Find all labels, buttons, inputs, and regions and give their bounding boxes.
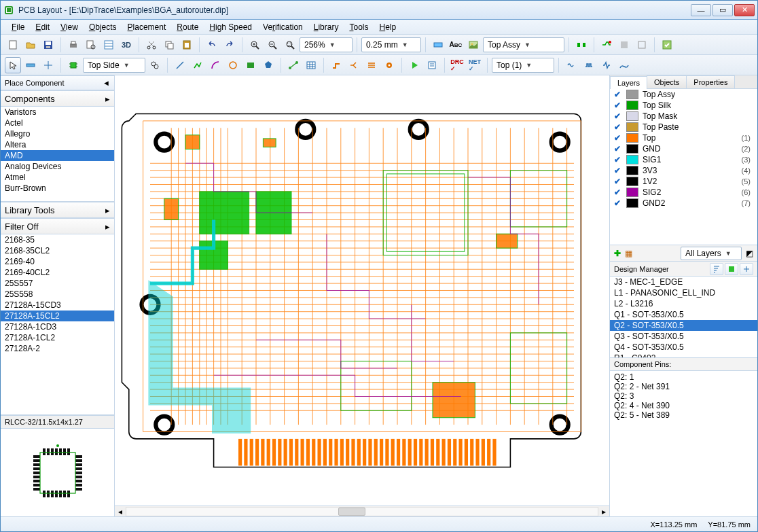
- side-combo[interactable]: Top Side▼: [83, 58, 145, 73]
- preview-icon[interactable]: [83, 37, 99, 53]
- measure-icon[interactable]: [22, 57, 39, 73]
- part-item[interactable]: 25S558: [1, 289, 114, 300]
- tab-layers[interactable]: Layers: [610, 76, 647, 89]
- open-icon[interactable]: [22, 37, 39, 53]
- library-item[interactable]: Atmel: [1, 172, 114, 183]
- circle-shape-icon[interactable]: [225, 57, 241, 73]
- route-fanout-icon[interactable]: [346, 57, 362, 73]
- layer-color-swatch[interactable]: [626, 90, 638, 99]
- unpour-icon[interactable]: [634, 37, 650, 53]
- canvas-scroll-horizontal[interactable]: ◂ ▸: [115, 506, 609, 516]
- menu-library[interactable]: Library: [308, 20, 344, 34]
- polyline-shape-icon[interactable]: [190, 57, 206, 73]
- menu-tools[interactable]: Tools: [344, 20, 374, 34]
- menu-edit[interactable]: Edit: [30, 20, 55, 34]
- zoom-out-icon[interactable]: [264, 37, 281, 53]
- layer-row[interactable]: ✔ Top Mask: [610, 111, 757, 122]
- component-pins-list[interactable]: Q2: 1Q2: 2 - Net 391Q2: 3Q2: 4 - Net 390…: [610, 371, 757, 516]
- layer-visible-icon[interactable]: ✔: [613, 198, 622, 208]
- layer-row[interactable]: ✔ Top Assy: [610, 89, 757, 100]
- dm-item[interactable]: L2 - L3216: [610, 298, 757, 309]
- titles-icon[interactable]: [101, 37, 117, 53]
- part-item[interactable]: 2169-40: [1, 256, 114, 267]
- layer-visible-icon[interactable]: ✔: [613, 133, 622, 143]
- layer-row[interactable]: ✔ Top Silk: [610, 100, 757, 111]
- dm-item[interactable]: R1 - C0402: [610, 353, 757, 358]
- 3d-button[interactable]: 3D: [118, 37, 134, 53]
- layer-color-swatch[interactable]: [626, 188, 638, 197]
- filter-section[interactable]: Filter Off▸: [1, 218, 114, 234]
- cut-icon[interactable]: [143, 37, 160, 53]
- layer-props-icon[interactable]: ▦: [625, 249, 632, 258]
- layer-visible-icon[interactable]: ✔: [613, 111, 622, 121]
- part-item[interactable]: 2168-35: [1, 234, 114, 245]
- layer-combo[interactable]: Top (1)▼: [492, 58, 554, 73]
- route-via-icon[interactable]: [381, 57, 397, 73]
- library-item[interactable]: Altera: [1, 139, 114, 150]
- assy-combo[interactable]: Top Assy▼: [483, 37, 564, 52]
- pin-item[interactable]: Q2: 2 - Net 391: [614, 382, 753, 391]
- layer-visible-icon[interactable]: ✔: [613, 177, 622, 186]
- dm-item[interactable]: Q2 - SOT-353/X0.5: [610, 320, 757, 331]
- dm-item[interactable]: J3 - MEC-1_EDGE: [610, 277, 757, 287]
- layers-list[interactable]: ✔ Top Assy ✔ Top Silk ✔ Top Mask ✔ Top P…: [610, 89, 757, 245]
- part-item[interactable]: 27128A-2: [1, 343, 114, 354]
- grid-combo[interactable]: 0.25 mm▼: [361, 37, 421, 52]
- library-item[interactable]: Allegro: [1, 128, 114, 139]
- ratline-icon[interactable]: [285, 57, 302, 73]
- menu-highspeed[interactable]: High Speed: [204, 20, 257, 34]
- design-manager-list[interactable]: J3 - MEC-1_EDGEL1 - PANASONIC_ELL_INDL2 …: [610, 277, 757, 358]
- dm-sort-icon[interactable]: [710, 263, 723, 275]
- dm-item[interactable]: L1 - PANASONIC_ELL_IND: [610, 287, 757, 298]
- print-icon[interactable]: [65, 37, 82, 53]
- part-item[interactable]: 27128A-1CL2: [1, 332, 114, 343]
- layer-row[interactable]: ✔ SIG2 (6): [610, 187, 757, 198]
- library-item[interactable]: Analog Devices: [1, 161, 114, 172]
- phase-tune-icon[interactable]: [563, 57, 579, 73]
- layer-display-icon[interactable]: [430, 37, 446, 53]
- redo-icon[interactable]: [221, 37, 238, 53]
- minimize-button[interactable]: —: [691, 4, 711, 16]
- layer-row[interactable]: ✔ GND (2): [610, 143, 757, 154]
- length-tune-icon[interactable]: [581, 57, 597, 73]
- layer-row[interactable]: ✔ SIG1 (3): [610, 154, 757, 165]
- layer-visible-icon[interactable]: ✔: [613, 155, 622, 164]
- free-meander-icon[interactable]: [616, 57, 632, 73]
- add-layer-icon[interactable]: ✚: [614, 249, 621, 258]
- layer-visible-icon[interactable]: ✔: [613, 122, 622, 132]
- line-shape-icon[interactable]: [172, 57, 188, 73]
- dm-item[interactable]: Q1 - SOT-353/X0.5: [610, 309, 757, 320]
- layer-color-swatch[interactable]: [626, 144, 638, 154]
- meander-icon[interactable]: [598, 57, 615, 73]
- layer-row[interactable]: ✔ Top (1): [610, 132, 757, 143]
- route-setup-icon[interactable]: [598, 37, 615, 53]
- menu-verification[interactable]: Verification: [257, 20, 308, 34]
- zoom-in-icon[interactable]: [247, 37, 263, 53]
- poly-shape-icon[interactable]: [260, 57, 276, 73]
- origin-icon[interactable]: [40, 57, 56, 73]
- pour-icon[interactable]: [616, 37, 632, 53]
- run-autorouter-icon[interactable]: [406, 57, 422, 73]
- library-item[interactable]: AMD: [1, 150, 114, 161]
- library-item[interactable]: Burr-Brown: [1, 183, 114, 194]
- collapse-left-icon[interactable]: ◄: [103, 79, 110, 87]
- layer-color-swatch[interactable]: [626, 198, 638, 208]
- dm-component-icon[interactable]: [725, 263, 738, 275]
- layer-row[interactable]: ✔ 1V2 (5): [610, 176, 757, 187]
- text-label-icon[interactable]: ABC: [448, 37, 464, 53]
- menu-placement[interactable]: Placement: [122, 20, 172, 34]
- layer-row[interactable]: ✔ GND2 (7): [610, 198, 757, 209]
- layer-color-swatch[interactable]: [626, 155, 638, 164]
- pin-item[interactable]: Q2: 5 - Net 389: [614, 410, 753, 420]
- parts-list[interactable]: 2168-352168-35CL22169-402169-40CL225S557…: [1, 234, 114, 415]
- layer-color-swatch[interactable]: [626, 133, 638, 143]
- net-check-icon[interactable]: NET✓: [467, 57, 483, 73]
- part-item[interactable]: 2168-35CL2: [1, 245, 114, 256]
- menu-route[interactable]: Route: [171, 20, 204, 34]
- library-tools-section[interactable]: Library Tools▸: [1, 202, 114, 218]
- route-bus-icon[interactable]: [363, 57, 380, 73]
- part-item[interactable]: 2169-40CL2: [1, 267, 114, 278]
- maximize-button[interactable]: ▭: [712, 4, 733, 16]
- undo-icon[interactable]: [204, 37, 220, 53]
- rect-shape-icon[interactable]: [242, 57, 259, 73]
